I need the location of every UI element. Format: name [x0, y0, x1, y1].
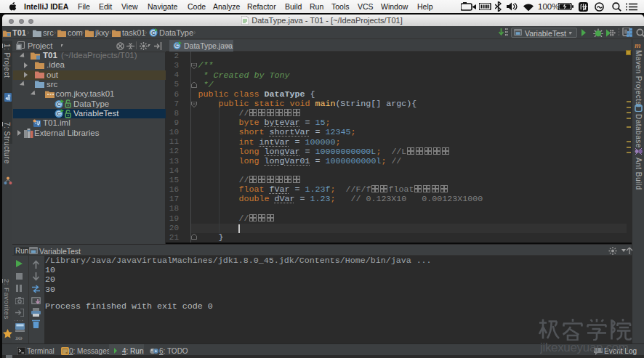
svg-text:jikexueyuan.com: jikexueyuan.com — [540, 341, 629, 354]
svg-text:m: m — [635, 41, 641, 49]
svg-text:C: C — [57, 101, 61, 107]
svg-text:C: C — [175, 43, 179, 48]
svg-text:C: C — [57, 110, 61, 117]
